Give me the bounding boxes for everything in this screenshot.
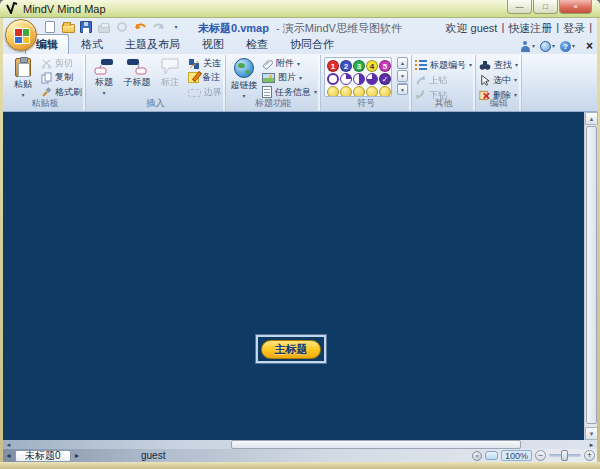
symbol-progress-75-icon[interactable] <box>366 73 378 85</box>
divider: | <box>589 21 592 36</box>
insert-note-button[interactable]: 备注 <box>188 71 222 84</box>
symbol-progress-0-icon[interactable] <box>327 73 339 85</box>
undo-button[interactable] <box>133 20 147 34</box>
insert-subtopic-button[interactable]: 子标题 <box>122 57 152 99</box>
symbols-row-numbers: 1 2 3 4 5 <box>327 60 389 72</box>
copy-button[interactable]: 复制 <box>41 71 82 84</box>
gallery-scroll-down-button[interactable]: ▼ <box>397 70 408 82</box>
comment-bubble-icon[interactable] <box>485 451 498 460</box>
symbol-face-icon[interactable] <box>340 86 352 97</box>
record-button[interactable] <box>115 20 129 34</box>
insert-topic-button[interactable]: 标题 ▾ <box>89 57 119 99</box>
others-group-label: 其他 <box>412 97 475 110</box>
tab-format[interactable]: 格式 <box>71 35 113 54</box>
next-sheet-button[interactable]: ► <box>74 452 81 459</box>
symbol-progress-25-icon[interactable] <box>340 73 352 85</box>
map-canvas[interactable]: 主标题 <box>3 112 584 440</box>
zoom-level-badge[interactable]: 100% <box>501 450 532 461</box>
symbol-face-icon[interactable] <box>327 86 339 97</box>
clipboard-group-label: 粘贴板 <box>5 97 85 110</box>
previous-sheet-button[interactable]: ◄ <box>5 452 12 459</box>
person-icon <box>520 41 531 52</box>
vertical-scroll-thumb[interactable] <box>586 126 597 424</box>
symbol-task-done-icon[interactable]: ✓ <box>379 73 391 85</box>
zoom-slider[interactable] <box>549 454 581 457</box>
vertical-scrollbar[interactable]: ▲ ▼ <box>584 112 597 440</box>
window-controls: — □ × <box>507 0 592 14</box>
chevron-down-icon: ▾ <box>297 61 300 67</box>
drill-up-button[interactable]: 上钻 <box>415 73 472 87</box>
symbol-face-icon[interactable] <box>366 86 378 97</box>
help-menu-button[interactable]: ? ▾ <box>560 41 575 52</box>
paste-button[interactable]: 粘贴 ▾ <box>8 57 38 99</box>
chevron-down-icon: ▾ <box>532 43 535 49</box>
login-link[interactable]: 登录 <box>563 21 585 36</box>
topic-icon <box>94 58 114 75</box>
chevron-down-icon: ▾ <box>469 62 472 68</box>
symbol-face-icon[interactable] <box>379 86 391 97</box>
scroll-up-button[interactable]: ▲ <box>585 112 598 125</box>
binoculars-icon <box>479 59 491 71</box>
note-label: 备注 <box>202 71 220 84</box>
hyperlink-button[interactable]: 超链接 ▾ <box>229 57 259 99</box>
minimize-button[interactable]: — <box>507 0 532 14</box>
find-button[interactable]: 查找 ▾ <box>479 58 518 72</box>
gallery-scroll-up-button[interactable]: ▲ <box>397 57 408 69</box>
globe-icon <box>540 41 551 52</box>
scroll-right-button[interactable]: ► <box>586 440 597 449</box>
sheet-tab[interactable]: 未标题0 <box>15 450 71 462</box>
drill-up-icon <box>415 74 426 86</box>
attachment-button[interactable]: 附件 ▾ <box>262 57 317 70</box>
symbol-number-3[interactable]: 3 <box>353 60 365 72</box>
tab-review[interactable]: 检查 <box>236 35 278 54</box>
symbol-face-icon[interactable] <box>353 86 365 97</box>
symbol-number-2[interactable]: 2 <box>340 60 352 72</box>
zoom-out-button[interactable]: − <box>535 450 546 461</box>
picture-button[interactable]: 图片 ▾ <box>262 71 317 84</box>
scroll-down-button[interactable]: ▼ <box>585 427 598 440</box>
root-topic-node[interactable]: 主标题 <box>261 340 321 359</box>
gallery-expand-button[interactable]: ▼ <box>397 83 408 95</box>
chevron-down-icon: ▾ <box>552 43 555 49</box>
scroll-left-button[interactable]: ◄ <box>3 440 14 449</box>
application-menu-button[interactable] <box>5 19 37 51</box>
zoom-slider-thumb[interactable] <box>561 450 568 461</box>
group-others: 标题编号 ▾ 上钻 下钻 其他 <box>412 55 476 111</box>
insert-relationship-button[interactable]: 关连 <box>188 57 222 70</box>
horizontal-scroll-thumb[interactable] <box>231 440 521 449</box>
close-button[interactable]: × <box>559 0 592 14</box>
cut-label: 剪切 <box>55 57 73 70</box>
titlebar[interactable]: MindV Mind Map — □ × <box>0 0 600 18</box>
relationship-label: 关连 <box>203 57 221 70</box>
tab-theme-layout[interactable]: 主题及布局 <box>115 35 190 54</box>
scissors-icon <box>41 58 52 69</box>
root-topic-selection[interactable]: 主标题 <box>256 335 326 363</box>
symbol-number-4[interactable]: 4 <box>366 60 378 72</box>
ribbon-right-icons: ▾ ▾ ? ▾ × <box>520 39 593 53</box>
save-button[interactable] <box>79 20 93 34</box>
symbol-number-5[interactable]: 5 <box>379 60 391 72</box>
callout-label: 标注 <box>161 76 179 89</box>
zoom-in-button[interactable]: + <box>584 450 595 461</box>
cut-button[interactable]: 剪切 <box>41 57 82 70</box>
sheet-tabs-area: ◄ 未标题0 ► <box>5 449 80 462</box>
tab-view[interactable]: 视图 <box>192 35 234 54</box>
quick-register-link[interactable]: 快速注册 <box>508 21 552 36</box>
insert-callout-button[interactable]: 标注 <box>155 57 185 99</box>
new-document-button[interactable] <box>43 20 57 34</box>
language-menu-button[interactable]: ▾ <box>540 41 555 52</box>
select-button[interactable]: 选中 ▾ <box>479 73 518 87</box>
symbol-progress-50-icon[interactable] <box>353 73 365 85</box>
new-document-icon <box>45 21 55 33</box>
open-button[interactable] <box>61 20 75 34</box>
symbol-number-1[interactable]: 1 <box>327 60 339 72</box>
tab-collaborate[interactable]: 协同合作 <box>280 35 344 54</box>
user-menu-button[interactable]: ▾ <box>520 41 535 52</box>
print-button[interactable] <box>97 20 111 34</box>
topic-numbering-button[interactable]: 标题编号 ▾ <box>415 58 472 72</box>
horizontal-scrollbar[interactable]: ◄ ► <box>3 440 597 449</box>
subtopic-label: 子标题 <box>124 76 151 89</box>
fit-map-button[interactable]: × <box>472 451 482 461</box>
maximize-button[interactable]: □ <box>533 0 558 14</box>
close-document-button[interactable]: × <box>586 39 593 53</box>
